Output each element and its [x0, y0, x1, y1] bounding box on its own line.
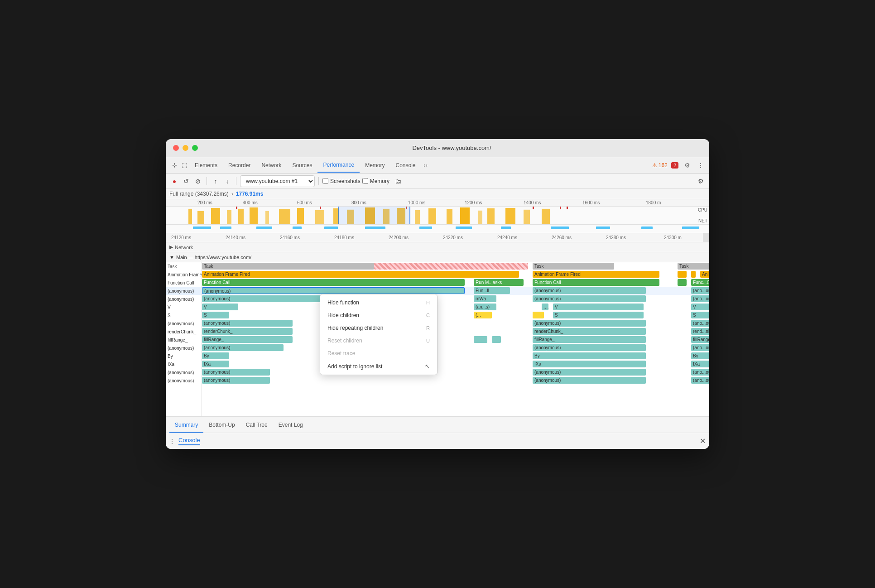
anon-block-9[interactable]: (ano...ous): [691, 320, 709, 327]
clear-button[interactable]: ⊘: [193, 176, 203, 186]
tab-elements[interactable]: Elements: [189, 159, 223, 172]
main-thread-collapse-icon[interactable]: ▼: [169, 255, 174, 260]
anon-block-2[interactable]: (anonymous): [533, 287, 646, 294]
paren-block[interactable]: (...: [474, 312, 492, 318]
tab-call-tree[interactable]: Call Tree: [240, 418, 273, 433]
animation-block-5[interactable]: Anim...ired: [700, 271, 709, 278]
record-button[interactable]: ●: [169, 176, 179, 186]
s-block-2[interactable]: S: [553, 312, 644, 318]
timeline-overview[interactable]: 200 ms 400 ms 600 ms 800 ms 1000 ms 1200…: [166, 199, 709, 233]
maximize-button[interactable]: [192, 145, 198, 151]
menu-hide-repeating[interactable]: Hide repeating children R: [320, 322, 437, 334]
fill-small-2[interactable]: [492, 336, 501, 343]
fill-block-1[interactable]: fillRange_: [202, 336, 293, 343]
anon-block-3[interactable]: (ano...ous): [691, 287, 709, 294]
menu-hide-function[interactable]: Hide function H: [320, 296, 437, 309]
animation-block-1[interactable]: Animation Frame Fired: [202, 271, 519, 278]
s-block-1[interactable]: S: [202, 312, 229, 318]
fun-block[interactable]: Fun...ll: [474, 287, 510, 294]
tab-sources[interactable]: Sources: [287, 159, 317, 172]
render-block-2[interactable]: renderChunk_: [533, 328, 646, 335]
render-block-1[interactable]: renderChunk_: [202, 328, 293, 335]
console-label[interactable]: Console: [178, 437, 200, 445]
anon-row-1[interactable]: (anonymous) Fun...ll (anonymous) (ano...…: [202, 287, 709, 295]
tab-network[interactable]: Network: [256, 159, 287, 172]
network-collapse-icon[interactable]: ▶: [169, 244, 173, 250]
ixa-block-1[interactable]: IXa: [202, 361, 229, 367]
func-block-4[interactable]: Func...Call: [691, 279, 709, 286]
screenshots-checkbox-group[interactable]: Screenshots: [322, 178, 361, 184]
settings-icon[interactable]: ⚙: [682, 160, 692, 170]
gear-icon[interactable]: ⚙: [696, 176, 706, 186]
task-block-1[interactable]: Task: [202, 263, 374, 270]
func-block-2[interactable]: Function Call: [533, 279, 659, 286]
close-button[interactable]: [173, 145, 179, 151]
anon-block-7[interactable]: (anonymous): [202, 320, 293, 327]
task-block-3[interactable]: Task: [678, 263, 709, 270]
v-block-1[interactable]: V: [202, 304, 238, 310]
v-block-3[interactable]: V: [691, 304, 709, 310]
url-select[interactable]: www.youtube.com #1: [240, 175, 315, 187]
tab-event-log[interactable]: Event Log: [273, 418, 308, 433]
render-block-3[interactable]: rend...nk_: [691, 328, 709, 335]
anon-block-16[interactable]: (anonymous): [202, 377, 270, 384]
animation-block-4[interactable]: [691, 271, 696, 278]
more-options-icon[interactable]: ⋮: [696, 160, 706, 170]
func-block-1[interactable]: Function Call: [202, 279, 465, 286]
device-icon[interactable]: ⬚: [179, 160, 189, 170]
anon-block-13[interactable]: (anonymous): [202, 369, 270, 376]
menu-hide-children[interactable]: Hide children C: [320, 309, 437, 322]
anon-block-8[interactable]: (anonymous): [533, 320, 646, 327]
by-block-2[interactable]: By: [533, 352, 646, 359]
task-block-red[interactable]: [374, 263, 528, 270]
fill-small[interactable]: [474, 336, 487, 343]
ixa-block-2[interactable]: IXa: [533, 361, 646, 367]
by-block-3[interactable]: By: [691, 352, 709, 359]
memory-checkbox-group[interactable]: Memory: [362, 178, 389, 184]
by-block-1[interactable]: By: [202, 352, 229, 359]
menu-add-ignore[interactable]: Add script to ignore list ↖: [320, 360, 437, 373]
s-yellow[interactable]: [533, 312, 544, 318]
minimize-button[interactable]: [183, 145, 188, 151]
console-dots[interactable]: ⋮: [169, 438, 175, 444]
anon-block-6[interactable]: (ano...ous): [691, 295, 709, 302]
fill-block-2[interactable]: fillRange_: [533, 336, 646, 343]
anon-block-14[interactable]: (anonymous): [533, 369, 646, 376]
console-close-button[interactable]: ✕: [700, 437, 706, 445]
anon-block-12[interactable]: (ano...ous): [691, 344, 709, 351]
fill-block-3[interactable]: fillRange_: [691, 336, 709, 343]
scrollbar[interactable]: [703, 233, 709, 242]
s-block-3[interactable]: S: [691, 312, 709, 318]
anon-block-17[interactable]: (anonymous): [533, 377, 646, 384]
tab-performance[interactable]: Performance: [317, 158, 360, 173]
anon-block-10[interactable]: (anonymous): [202, 344, 284, 351]
memory-icon[interactable]: 🗂: [393, 176, 403, 186]
mwa-block[interactable]: mWa: [474, 295, 496, 302]
inspect-icon[interactable]: ⊹: [169, 160, 179, 170]
anon-block-4[interactable]: (anonymous): [202, 295, 338, 302]
anon-block-main[interactable]: (anonymous): [202, 287, 465, 294]
tab-summary[interactable]: Summary: [169, 418, 203, 433]
main-col[interactable]: Task Task Task Animation Frame Fired Ani…: [202, 262, 709, 416]
reload-record-button[interactable]: ↺: [181, 176, 191, 186]
tab-console[interactable]: Console: [390, 159, 421, 172]
anon-block-15[interactable]: (ano...ous): [691, 369, 709, 376]
tab-memory[interactable]: Memory: [360, 159, 390, 172]
upload-button[interactable]: ↑: [211, 176, 221, 186]
an-block[interactable]: (an...s): [474, 304, 496, 310]
animation-block-3[interactable]: [678, 271, 687, 278]
screenshots-checkbox[interactable]: [322, 178, 328, 184]
anon-block-5[interactable]: (anonymous): [533, 295, 646, 302]
ixa-block-3[interactable]: IXa: [691, 361, 709, 367]
dots-block[interactable]: ...: [542, 304, 548, 310]
more-tabs-button[interactable]: ››: [421, 159, 430, 172]
func-block-3[interactable]: [678, 279, 687, 286]
tab-bottom-up[interactable]: Bottom-Up: [203, 418, 240, 433]
anon-block-11[interactable]: (anonymous): [533, 344, 646, 351]
tab-recorder[interactable]: Recorder: [223, 159, 256, 172]
animation-block-2[interactable]: Animation Frame Fired: [533, 271, 659, 278]
anon-block-18[interactable]: (ano...ous): [691, 377, 709, 384]
task-block-2[interactable]: Task: [533, 263, 614, 270]
v-block-2[interactable]: V: [553, 304, 644, 310]
memory-checkbox[interactable]: [362, 178, 368, 184]
